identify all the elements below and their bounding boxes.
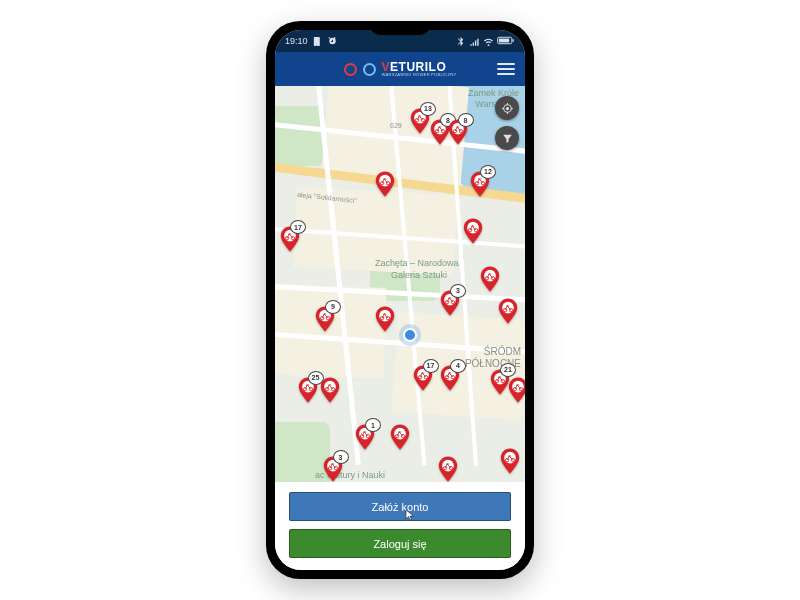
screen: 19:10 xyxy=(275,30,525,570)
cursor-icon xyxy=(404,509,416,525)
bottom-sheet: Załóż konto Zaloguj się xyxy=(275,482,525,570)
wifi-icon xyxy=(483,36,494,47)
station-pin[interactable] xyxy=(438,456,458,482)
svg-rect-1 xyxy=(499,38,509,42)
map-label: 629 xyxy=(390,122,402,129)
station-pin[interactable]: 13 xyxy=(410,108,430,134)
brand-logo[interactable]: VETURILO WARSZAWSKI ROWER PUBLICZNY xyxy=(344,61,457,77)
station-pin[interactable] xyxy=(508,377,526,403)
app-header: VETURILO WARSZAWSKI ROWER PUBLICZNY xyxy=(275,52,525,86)
station-pin[interactable] xyxy=(320,377,340,403)
station-pin[interactable] xyxy=(480,266,500,292)
station-pin[interactable] xyxy=(498,298,518,324)
station-pin[interactable]: 25 xyxy=(298,377,318,403)
pin-count: 3 xyxy=(333,450,349,464)
alarm-icon xyxy=(327,36,338,47)
station-pin[interactable]: 3 xyxy=(323,456,343,482)
station-pin[interactable]: 4 xyxy=(440,365,460,391)
pin-count: 17 xyxy=(290,220,306,234)
phone-icon xyxy=(312,36,323,47)
map-label: Galeria Sztuki xyxy=(391,270,447,280)
svg-point-73 xyxy=(506,107,508,109)
phone-frame: 19:10 xyxy=(266,21,534,579)
button-label: Zaloguj się xyxy=(373,538,426,550)
create-account-button[interactable]: Załóż konto xyxy=(289,492,511,521)
notch xyxy=(370,23,430,35)
pin-count: 8 xyxy=(458,113,474,127)
station-pin[interactable]: 17 xyxy=(280,226,300,252)
user-location-dot xyxy=(403,328,417,342)
station-pin[interactable] xyxy=(390,424,410,450)
time-label: 19:10 xyxy=(285,36,308,46)
pin-count: 13 xyxy=(420,102,436,116)
station-pin[interactable]: 12 xyxy=(470,171,490,197)
pin-count: 1 xyxy=(365,418,381,432)
logo-wheel-icon xyxy=(344,63,357,76)
station-pin[interactable]: 17 xyxy=(413,365,433,391)
pin-count: 4 xyxy=(450,359,466,373)
menu-icon[interactable] xyxy=(497,63,515,75)
station-pin[interactable]: 9 xyxy=(315,306,335,332)
station-pin[interactable]: 3 xyxy=(440,290,460,316)
pin-count: 21 xyxy=(500,363,516,377)
station-pin[interactable] xyxy=(375,306,395,332)
locate-button[interactable] xyxy=(495,96,519,120)
login-button[interactable]: Zaloguj się xyxy=(289,529,511,558)
map-label: ŚRÓDM xyxy=(484,346,521,357)
station-pin[interactable]: 1 xyxy=(355,424,375,450)
button-label: Załóż konto xyxy=(372,501,429,513)
svg-rect-2 xyxy=(512,39,513,42)
pin-count: 3 xyxy=(450,284,466,298)
logo-wheel-icon xyxy=(363,63,376,76)
map-label: Zachęta – Narodowa xyxy=(375,258,459,268)
station-pin[interactable] xyxy=(375,171,395,197)
bluetooth-icon xyxy=(455,36,466,47)
pin-count: 12 xyxy=(480,165,496,179)
station-pin[interactable] xyxy=(500,448,520,474)
filter-button[interactable] xyxy=(495,126,519,150)
pin-count: 9 xyxy=(325,300,341,314)
station-pin[interactable]: 8 xyxy=(448,119,468,145)
pin-count: 17 xyxy=(423,359,439,373)
brand-tagline: WARSZAWSKI ROWER PUBLICZNY xyxy=(382,73,457,77)
signal-icon xyxy=(469,36,480,47)
station-pin[interactable] xyxy=(463,218,483,244)
battery-icon xyxy=(497,36,515,47)
map-view[interactable]: Zamek Króle Warszawie aleja "Solidarnośc… xyxy=(275,86,525,482)
